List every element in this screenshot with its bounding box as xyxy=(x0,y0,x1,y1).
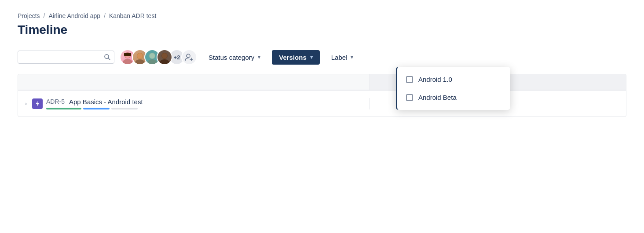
svg-point-3 xyxy=(123,59,132,64)
search-box[interactable] xyxy=(18,51,114,64)
svg-point-10 xyxy=(147,59,157,64)
page-container: Projects / Airline Android app / Kanban … xyxy=(0,0,644,117)
toolbar: +2 Status category ▾ Versions ▾ Label xyxy=(18,49,626,65)
versions-chevron-icon: ▾ xyxy=(310,54,313,60)
breadcrumb-sep-1: / xyxy=(44,12,45,19)
label-chevron-icon: ▾ xyxy=(351,54,353,60)
search-icon xyxy=(104,54,111,61)
version-item-android-beta[interactable]: Android Beta xyxy=(397,88,510,106)
table-row: › ADR-5 App Basics - Android test xyxy=(18,90,626,116)
page-title: Timeline xyxy=(18,23,626,37)
avatar-group: +2 xyxy=(120,49,197,65)
progress-bar-green xyxy=(46,108,81,109)
label-button[interactable]: Label ▾ xyxy=(325,50,360,65)
breadcrumb-airline[interactable]: Airline Android app xyxy=(48,12,100,19)
breadcrumb: Projects / Airline Android app / Kanban … xyxy=(18,12,626,19)
progress-bar-blue xyxy=(83,108,110,109)
svg-point-13 xyxy=(160,59,169,64)
versions-dropdown: Android 1.0 Android Beta xyxy=(396,67,510,110)
versions-label: Versions xyxy=(279,54,307,61)
version-item-android-10[interactable]: Android 1.0 xyxy=(397,70,510,88)
svg-point-11 xyxy=(150,53,155,58)
table-header-left xyxy=(18,74,370,90)
svg-point-14 xyxy=(162,53,167,58)
table-row-left: › ADR-5 App Basics - Android test xyxy=(18,98,370,109)
avatar-4[interactable] xyxy=(157,49,172,65)
svg-rect-5 xyxy=(124,53,131,56)
svg-line-1 xyxy=(108,58,110,60)
search-input[interactable] xyxy=(23,54,100,61)
row-type-icon xyxy=(32,98,43,109)
version-checkbox-android-beta[interactable] xyxy=(406,94,413,101)
svg-point-8 xyxy=(137,53,143,58)
progress-bar-gray xyxy=(111,108,138,109)
timeline-table: › ADR-5 App Basics - Android test xyxy=(18,74,626,117)
row-expand-icon[interactable]: › xyxy=(25,101,27,107)
status-category-label: Status category xyxy=(209,54,254,61)
breadcrumb-current: Kanban ADR test xyxy=(109,12,156,19)
svg-point-7 xyxy=(135,59,145,64)
row-inner: ADR-5 App Basics - Android test xyxy=(46,98,143,109)
version-checkbox-android-10[interactable] xyxy=(406,76,413,83)
status-category-button[interactable]: Status category ▾ xyxy=(202,50,267,65)
versions-button[interactable]: Versions ▾ xyxy=(272,50,320,65)
svg-point-15 xyxy=(187,54,190,58)
add-user-button[interactable] xyxy=(181,49,197,65)
table-header-row xyxy=(18,74,626,90)
chevron-down-icon: ▾ xyxy=(258,54,260,60)
label-label: Label xyxy=(331,54,348,61)
version-label-android-beta: Android Beta xyxy=(418,94,457,101)
row-title: App Basics - Android test xyxy=(69,98,143,106)
row-id: ADR-5 xyxy=(46,98,65,105)
breadcrumb-sep-2: / xyxy=(104,12,106,19)
version-label-android-10: Android 1.0 xyxy=(418,76,452,83)
breadcrumb-projects[interactable]: Projects xyxy=(18,12,40,19)
